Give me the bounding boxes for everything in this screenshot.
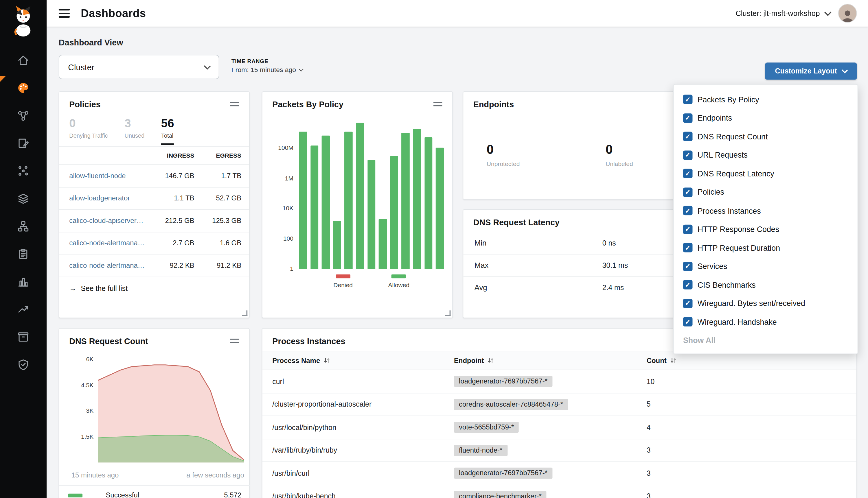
legend-allowed[interactable]: Allowed [388, 274, 410, 288]
latency-value: 30.1 ms [603, 261, 628, 270]
endpoints-card-title: Endpoints [474, 100, 514, 109]
checkbox-checked-icon[interactable]: ✓ [683, 224, 693, 234]
sidebar-item-home[interactable] [0, 47, 47, 74]
sidebar-item-flow-visualizer[interactable] [0, 157, 47, 185]
sidebar-item-policies[interactable] [0, 130, 47, 157]
checkbox-checked-icon[interactable]: ✓ [683, 317, 693, 327]
layout-menu-item-label: Wireguard. Bytes sent/received [698, 299, 805, 308]
layout-menu-item[interactable]: ✓Policies [674, 183, 857, 201]
policy-egress-value: 91.2 KB [194, 261, 242, 269]
allowed-bar [390, 156, 398, 269]
policy-link[interactable]: allow-fluentd-node [69, 172, 150, 180]
customize-layout-menu: ✓Packets By Policy✓Endpoints✓DNS Request… [673, 84, 858, 354]
dns-legend-successful[interactable]: Successful 5,572 [59, 485, 250, 498]
policy-link[interactable]: allow-loadgenerator [69, 194, 150, 202]
process-row: /usr/bin/kube-benchcompliance-benchmarke… [262, 485, 856, 498]
layout-menu-item[interactable]: ✓Wireguard. Handshake [674, 313, 857, 331]
policy-link[interactable]: calico-cloud-apiserver-… [69, 217, 150, 225]
checkbox-checked-icon[interactable]: ✓ [683, 187, 693, 197]
egress-column-header: EGRESS [194, 152, 242, 159]
stat-unused[interactable]: 3 Unused [125, 117, 144, 145]
checkbox-checked-icon[interactable]: ✓ [683, 206, 693, 215]
layout-menu-item-label: Packets By Policy [698, 95, 759, 104]
dashboard-view-select[interactable]: Cluster [59, 55, 219, 79]
checkbox-checked-icon[interactable]: ✓ [683, 280, 693, 290]
layout-menu-item[interactable]: ✓Wireguard. Bytes sent/received [674, 294, 857, 313]
checkbox-checked-icon[interactable]: ✓ [683, 95, 693, 104]
checkbox-checked-icon[interactable]: ✓ [683, 169, 693, 179]
endpoint-chip[interactable]: fluentd-node-* [454, 445, 507, 456]
service-graph-icon [17, 109, 29, 122]
sidebar-item-metrics[interactable] [0, 268, 47, 296]
stat-denying-traffic[interactable]: 0 Denying Traffic [69, 117, 108, 145]
sidebar-item-threat-defense[interactable] [0, 351, 47, 379]
endpoint-chip[interactable]: loadgenerator-7697bb7567-* [454, 468, 552, 479]
endpoint-chip[interactable]: loadgenerator-7697bb7567-* [454, 376, 552, 387]
drag-handle-icon[interactable] [433, 102, 442, 106]
sort-icon[interactable] [323, 357, 331, 364]
policy-link[interactable]: calico-node-alertmana… [69, 239, 150, 247]
sidebar-item-dashboards[interactable] [0, 74, 47, 102]
drag-handle-icon[interactable] [230, 102, 239, 106]
layout-menu-item[interactable]: ✓URL Requests [674, 146, 857, 164]
process-name: curl [272, 377, 284, 385]
show-all-link[interactable]: Show All [683, 336, 858, 344]
stat-total[interactable]: 56 Total [161, 117, 174, 145]
calico-cat-logo[interactable] [11, 4, 35, 39]
stat-unlabeled: 0 Unlabeled [606, 142, 633, 167]
process-count: 3 [647, 492, 651, 498]
sidebar-item-compliance-reports[interactable] [0, 240, 47, 268]
chevron-down-icon [299, 67, 303, 71]
policy-ingress-value: 92.2 KB [150, 261, 194, 269]
layout-menu-item[interactable]: ✓DNS Request Count [674, 127, 857, 146]
y-axis-tick-label: 1M [267, 175, 294, 181]
time-range[interactable]: TIME RANGE From: 15 minutes ago [232, 58, 303, 74]
resize-handle[interactable] [242, 310, 247, 316]
checkbox-checked-icon[interactable]: ✓ [683, 243, 693, 252]
see-full-list-link[interactable]: → See the full list [59, 276, 249, 300]
checkbox-checked-icon[interactable]: ✓ [683, 113, 693, 123]
checkbox-checked-icon[interactable]: ✓ [683, 299, 693, 308]
sidebar-item-trends[interactable] [0, 296, 47, 323]
drag-handle-icon[interactable] [230, 339, 239, 343]
allowed-bar [322, 136, 330, 269]
dashboards-palette-icon [16, 81, 30, 94]
endpoint-chip[interactable]: coredns-autoscaler-7c88465478-* [454, 399, 568, 410]
app-root: Dashboards Cluster: jlt-msft-workshop Da… [0, 0, 868, 498]
legend-denied[interactable]: Denied [333, 274, 353, 288]
sort-icon[interactable] [487, 357, 494, 364]
view-select-value: Cluster [68, 62, 94, 72]
layout-menu-item[interactable]: ✓HTTP Response Codes [674, 220, 857, 239]
person-icon [840, 9, 855, 22]
x-axis-label-end: a few seconds ago [186, 471, 244, 479]
layout-menu-item[interactable]: ✓CIS Benchmarks [674, 276, 857, 294]
allowed-bar [345, 132, 353, 269]
layout-menu-item[interactable]: ✓HTTP Request Duration [674, 239, 857, 257]
sidebar-item-cluster-hierarchy[interactable] [0, 212, 47, 240]
policy-link[interactable]: calico-node-alertmana… [69, 261, 150, 269]
sort-icon[interactable] [670, 357, 677, 364]
hamburger-menu-icon[interactable] [59, 9, 70, 18]
resize-handle[interactable] [445, 310, 451, 316]
dns-count-card-title: DNS Request Count [69, 336, 148, 346]
customize-layout-button[interactable]: Customize Layout [765, 63, 857, 80]
process-row: /cluster-proportional-autoscalercoredns-… [262, 393, 856, 416]
layout-menu-item[interactable]: ✓Packets By Policy [674, 90, 857, 109]
checkbox-checked-icon[interactable]: ✓ [683, 261, 693, 271]
layout-menu-item[interactable]: ✓Process Instances [674, 201, 857, 220]
user-avatar[interactable] [838, 4, 857, 23]
checkbox-checked-icon[interactable]: ✓ [683, 150, 693, 160]
endpoint-chip[interactable]: vote-5655bd759-* [454, 422, 519, 433]
checkbox-checked-icon[interactable]: ✓ [683, 132, 693, 141]
sidebar-item-tiers[interactable] [0, 185, 47, 212]
sidebar-item-service-graph[interactable] [0, 102, 47, 130]
layout-menu-item-label: URL Requests [698, 151, 748, 160]
sidebar-item-image-assurance[interactable] [0, 323, 47, 351]
policy-row: allow-fluentd-node146.7 GB1.7 TB [59, 164, 249, 186]
layout-menu-item[interactable]: ✓Services [674, 257, 857, 276]
layout-menu-item[interactable]: ✓DNS Request Latency [674, 164, 857, 183]
layout-menu-item[interactable]: ✓Endpoints [674, 109, 857, 127]
stat-label: Denying Traffic [69, 132, 108, 139]
endpoint-chip[interactable]: compliance-benchmarker-* [454, 491, 546, 498]
cluster-switcher[interactable]: Cluster: jlt-msft-workshop [736, 9, 830, 18]
